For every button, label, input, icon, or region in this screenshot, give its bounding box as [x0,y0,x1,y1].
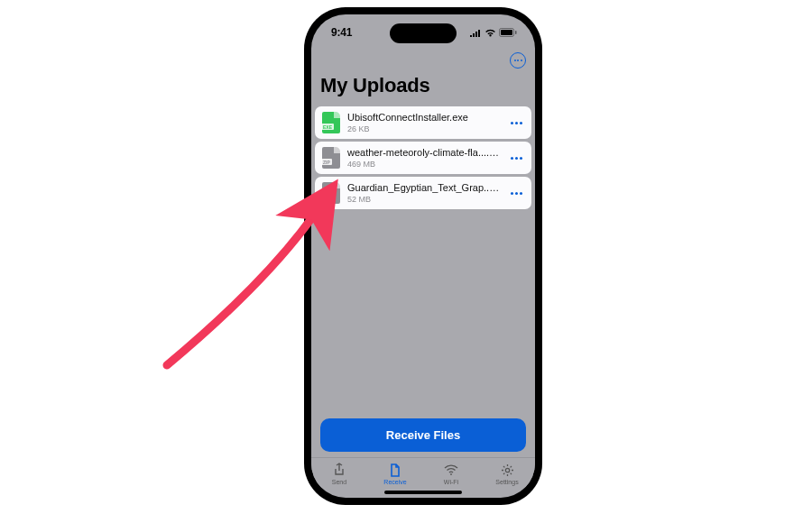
dynamic-island [390,23,457,43]
tab-label: Receive [383,479,406,485]
document-icon [387,462,403,478]
svg-rect-2 [515,31,517,34]
tab-settings[interactable]: Settings [479,462,535,485]
tab-receive[interactable]: Receive [367,462,423,485]
file-size: 26 KB [347,124,500,133]
file-row[interactable]: ZIP weather-meteoroly-climate-fla....zip… [315,142,531,174]
svg-point-4 [505,468,509,472]
file-info: Guardian_Egyptian_Text_Grap....zip 52 MB [347,182,500,204]
page-title: My Uploads [311,69,535,105]
file-name: Guardian_Egyptian_Text_Grap....zip [347,182,500,193]
battery-icon [499,28,517,37]
file-info: UbisoftConnectInstaller.exe 26 KB [347,112,500,133]
screen: 9:41 My Uploads EXE UbisoftConnectInstal… [311,14,535,498]
file-row[interactable]: ZIP Guardian_Egyptian_Text_Grap....zip 5… [315,177,531,209]
tab-label: Wi-Fi [444,479,458,485]
file-type-exe-icon: EXE [322,112,340,133]
file-type-zip-icon: ZIP [322,182,340,204]
file-size: 469 MB [347,160,500,169]
status-time: 9:41 [331,26,352,39]
receive-files-button[interactable]: Receive Files [320,418,526,452]
wifi-icon [443,462,459,478]
file-info: weather-meteoroly-climate-fla....zip 469… [347,147,500,169]
file-name: weather-meteoroly-climate-fla....zip [347,147,500,158]
spacer [311,209,535,418]
header-actions [311,50,535,69]
tab-bar: Send Receive Wi-Fi Settings [311,457,535,487]
primary-action-area: Receive Files [311,418,535,457]
tab-wifi[interactable]: Wi-Fi [423,462,479,485]
share-icon [331,462,347,478]
header-more-button[interactable] [510,52,526,69]
wifi-status-icon [484,29,496,37]
status-indicators [469,28,517,37]
file-row[interactable]: EXE UbisoftConnectInstaller.exe 26 KB [315,106,531,139]
cellular-icon [469,29,482,37]
file-size: 52 MB [347,195,500,204]
file-more-button[interactable] [507,118,526,128]
svg-point-3 [450,473,452,475]
tab-label: Settings [495,479,518,485]
home-indicator [311,487,535,498]
device-frame: 9:41 My Uploads EXE UbisoftConnectInstal… [304,7,542,505]
gear-icon [499,462,515,478]
tab-send[interactable]: Send [311,462,367,485]
uploads-list: EXE UbisoftConnectInstaller.exe 26 KB ZI… [311,106,535,209]
tab-label: Send [332,479,346,485]
file-more-button[interactable] [507,188,526,198]
svg-rect-1 [501,30,512,35]
file-more-button[interactable] [507,153,526,163]
ellipsis-icon [514,60,522,61]
file-type-zip-icon: ZIP [322,147,340,169]
file-name: UbisoftConnectInstaller.exe [347,112,500,123]
